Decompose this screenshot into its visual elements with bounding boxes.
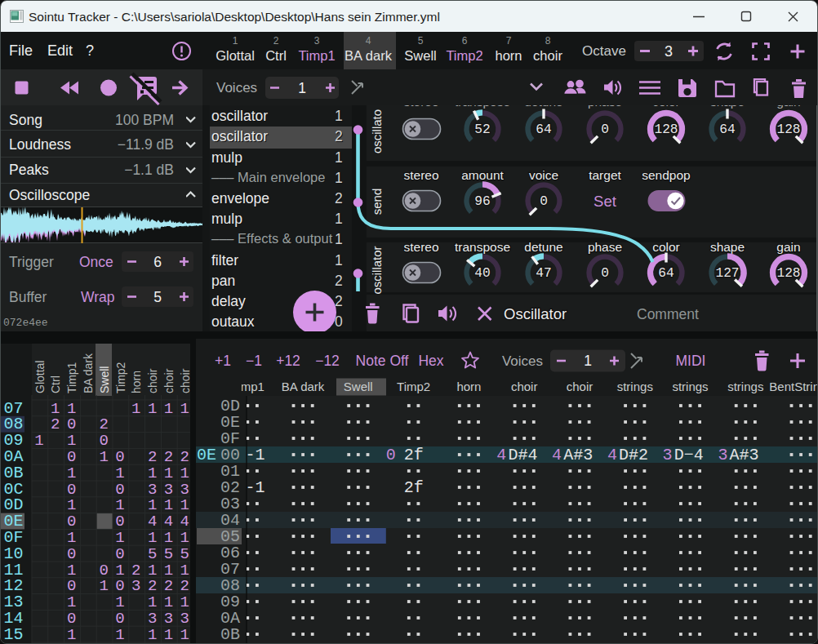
svg-text:0: 0 (67, 545, 76, 563)
svg-text:Hex: Hex (418, 353, 443, 369)
svg-text:3: 3 (131, 577, 140, 595)
svg-text:0: 0 (115, 448, 124, 466)
svg-text:BA dark: BA dark (82, 353, 95, 393)
svg-text:-1: -1 (245, 478, 265, 497)
svg-text:0: 0 (67, 577, 76, 595)
svg-text:0: 0 (115, 545, 124, 563)
svg-text:0: 0 (115, 481, 124, 499)
svg-text:1: 1 (99, 448, 108, 466)
svg-text:detune: detune (524, 240, 562, 254)
svg-text:choir: choir (179, 368, 190, 393)
svg-text:1: 1 (115, 464, 124, 482)
svg-text:1: 1 (298, 80, 306, 96)
svg-text:Glottal: Glottal (33, 361, 47, 393)
svg-text:Swell: Swell (344, 380, 373, 393)
svg-text:127: 127 (715, 266, 739, 281)
svg-text:0: 0 (115, 577, 124, 595)
svg-text:3: 3 (718, 446, 727, 464)
svg-text:Set: Set (593, 193, 616, 210)
svg-text:5: 5 (153, 289, 162, 305)
svg-text:1: 1 (67, 626, 76, 644)
svg-text:1: 1 (67, 593, 76, 611)
svg-text:1: 1 (180, 400, 189, 418)
svg-text:BA dark: BA dark (282, 380, 325, 393)
svg-text:Voices: Voices (502, 353, 543, 369)
svg-text:1: 1 (164, 400, 173, 418)
svg-text:40: 40 (474, 266, 490, 281)
svg-text:3: 3 (148, 481, 157, 499)
svg-text:send: send (370, 189, 384, 215)
svg-text:1: 1 (115, 626, 124, 644)
svg-text:transpose: transpose (455, 240, 510, 254)
svg-text:1: 1 (164, 562, 173, 580)
svg-text:2: 2 (180, 448, 189, 466)
svg-text:0: 0 (67, 415, 76, 433)
svg-text:choir: choir (162, 368, 176, 393)
svg-text:64: 64 (719, 122, 735, 137)
svg-text:1: 1 (148, 593, 157, 611)
svg-text:2: 2 (148, 448, 157, 466)
svg-text:64: 64 (658, 266, 674, 281)
svg-text:0: 0 (67, 610, 76, 628)
svg-text:sendpop: sendpop (642, 168, 690, 182)
svg-text:128: 128 (776, 266, 800, 281)
svg-text:1: 1 (180, 562, 189, 580)
svg-text:1: 1 (164, 464, 173, 482)
svg-text:0: 0 (115, 513, 124, 531)
svg-text:1: 1 (67, 562, 76, 580)
svg-text:0: 0 (601, 266, 609, 281)
svg-text:0: 0 (99, 432, 108, 450)
svg-text:-1: -1 (245, 446, 265, 464)
svg-text:1: 1 (148, 464, 157, 482)
svg-text:1: 1 (148, 626, 157, 644)
svg-text:color: color (652, 105, 680, 109)
svg-text:strings: strings (672, 380, 708, 393)
svg-text:1: 1 (115, 529, 124, 547)
svg-text:1: 1 (148, 529, 157, 547)
svg-text:1: 1 (164, 529, 173, 547)
svg-text:oscillator: oscillator (370, 246, 384, 294)
svg-text:choir: choir (511, 380, 538, 393)
svg-text:0: 0 (67, 513, 76, 531)
svg-text:0: 0 (67, 481, 76, 499)
svg-text:Oscillator: Oscillator (504, 305, 567, 322)
svg-text:1: 1 (131, 400, 140, 418)
svg-text:3: 3 (663, 446, 673, 464)
svg-text:shape: shape (710, 105, 745, 109)
svg-text:4: 4 (180, 513, 189, 531)
svg-text:4: 4 (148, 513, 157, 531)
svg-text:2: 2 (164, 577, 173, 595)
svg-text:−12: −12 (315, 353, 340, 369)
svg-text:0: 0 (67, 448, 76, 466)
svg-text:0: 0 (386, 446, 396, 464)
svg-text:1: 1 (115, 593, 124, 611)
svg-text:Note Off: Note Off (356, 353, 409, 369)
svg-text:1: 1 (180, 496, 189, 514)
svg-text:stereo: stereo (403, 168, 438, 182)
svg-text:1: 1 (67, 529, 76, 547)
svg-text:1: 1 (67, 496, 76, 514)
svg-text:Timp1: Timp1 (65, 362, 78, 393)
svg-text:1: 1 (34, 432, 43, 450)
svg-text:0: 0 (540, 194, 548, 209)
svg-text:oscillato: oscillato (370, 109, 384, 153)
svg-text:Ctrl: Ctrl (49, 375, 62, 393)
svg-text:0: 0 (115, 610, 124, 628)
svg-text:1: 1 (180, 464, 189, 482)
svg-text:2: 2 (180, 577, 189, 595)
svg-text:transpose: transpose (455, 105, 510, 109)
svg-text:1: 1 (164, 496, 173, 514)
svg-text:128: 128 (776, 122, 800, 137)
svg-text:D−4: D−4 (674, 446, 704, 464)
svg-text:3: 3 (180, 610, 189, 628)
svg-text:1: 1 (115, 562, 124, 580)
svg-text:1: 1 (67, 432, 76, 450)
svg-text:2: 2 (51, 415, 60, 433)
svg-text:horn: horn (456, 380, 481, 393)
svg-text:stereo: stereo (403, 105, 438, 109)
svg-text:4: 4 (607, 446, 617, 464)
svg-text:Timp2: Timp2 (397, 380, 430, 393)
svg-text:2: 2 (131, 562, 140, 580)
svg-text:amount: amount (461, 168, 504, 182)
svg-text:voice: voice (529, 168, 558, 182)
